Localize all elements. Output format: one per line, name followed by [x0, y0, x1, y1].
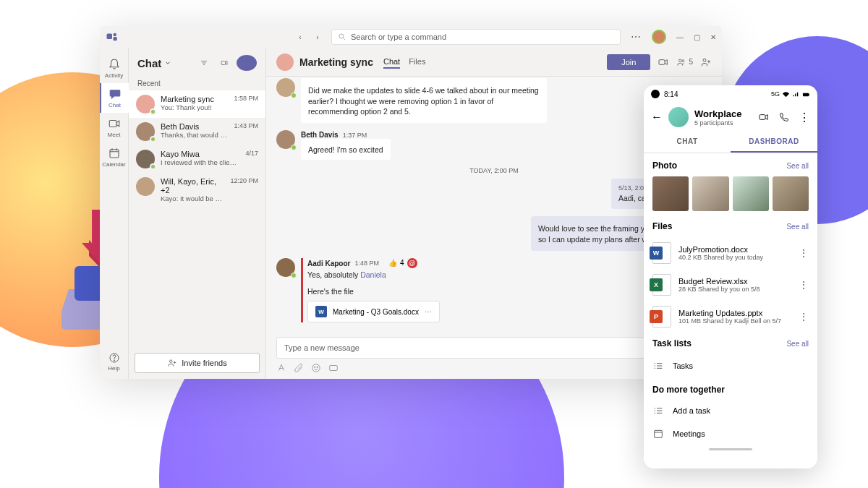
word-file-icon: W — [650, 247, 663, 260]
recent-label: Recent — [129, 78, 265, 90]
chat-title: Marketing sync — [299, 56, 373, 68]
chat-row[interactable]: Will, Kayo, Eric, +2Kayo: It would be gr… — [129, 173, 265, 207]
nav-forward[interactable]: › — [311, 30, 324, 43]
photo-thumbnails[interactable] — [652, 176, 809, 211]
mention-badge: @ — [407, 258, 417, 268]
svg-rect-46 — [655, 430, 663, 437]
app-rail: Activity Chat Meet Calendar Help — [100, 48, 129, 379]
file-more[interactable]: ⋮ — [799, 279, 809, 291]
svg-rect-1 — [107, 34, 113, 40]
window-close[interactable]: ✕ — [710, 33, 716, 41]
participant-count[interactable]: 5 — [676, 57, 693, 67]
svg-point-2 — [114, 33, 117, 37]
chat-row[interactable]: Beth DavisThanks, that would be nice. 1:… — [129, 118, 265, 145]
excel-file-icon: X — [650, 278, 663, 291]
join-button[interactable]: Join — [607, 54, 650, 70]
svg-rect-33 — [760, 115, 765, 120]
mobile-home-indicator — [709, 448, 752, 450]
svg-point-22 — [682, 59, 684, 61]
file-item[interactable]: W JulyPromotion.docx40.2 KB Shared by yo… — [652, 237, 809, 269]
chat-row-marketing-sync[interactable]: Marketing syncYou: Thank you!! 1:58 PM — [129, 90, 265, 118]
svg-point-27 — [312, 364, 320, 372]
file-attachment[interactable]: W Marketing - Q3 Goals.docx ⋯ — [307, 301, 440, 322]
audio-call-icon[interactable] — [778, 111, 790, 123]
svg-point-29 — [317, 367, 318, 367]
add-task-item[interactable]: Add a task — [652, 399, 809, 422]
domore-section-header: Do more together — [652, 385, 809, 395]
mobile-status-bar: 8:14 5G — [644, 85, 817, 103]
ppt-file-icon: P — [650, 310, 663, 323]
word-file-icon: W — [315, 306, 327, 317]
svg-rect-30 — [330, 366, 338, 371]
svg-line-5 — [344, 38, 346, 40]
chat-row[interactable]: Kayo MiwaI reviewed with the client on T… — [129, 145, 265, 173]
chat-list-title: Chat — [137, 57, 161, 69]
window-minimize[interactable]: — — [676, 33, 684, 41]
workplace-avatar — [668, 107, 689, 127]
svg-rect-3 — [114, 37, 117, 40]
rail-calendar[interactable]: Calendar — [100, 142, 129, 172]
svg-rect-31 — [803, 93, 809, 96]
gif-icon[interactable] — [328, 363, 339, 373]
user-avatar[interactable] — [652, 30, 666, 44]
message-text: Agreed! I'm so excited — [308, 145, 383, 155]
photo-section-header: Photo — [652, 160, 677, 171]
message-text: Yes, absolutely Daniela — [307, 270, 440, 281]
files-see-all[interactable]: See all — [786, 223, 809, 231]
tasklists-section-header: Task lists — [652, 338, 692, 348]
meetings-item[interactable]: Meetings — [652, 422, 809, 445]
rail-help[interactable]: Help — [100, 345, 129, 379]
svg-point-21 — [679, 59, 682, 61]
svg-point-23 — [703, 59, 706, 61]
task-item-tasks[interactable]: Tasks — [652, 354, 809, 377]
format-icon[interactable] — [276, 363, 286, 373]
search-icon — [338, 33, 346, 41]
svg-point-28 — [315, 367, 315, 367]
svg-point-17 — [170, 360, 173, 363]
svg-point-4 — [339, 34, 344, 38]
tasklists-see-all[interactable]: See all — [786, 340, 809, 348]
svg-point-12 — [114, 360, 114, 361]
message-text: Did we make the updates to slide 4-6 we … — [308, 85, 540, 117]
mobile-more[interactable]: ⋮ — [799, 111, 810, 124]
video-icon[interactable] — [658, 56, 669, 68]
teams-desktop-window: ‹ › Search or type a command ⋯ — ▢ ✕ Act… — [100, 26, 722, 379]
rail-chat[interactable]: Chat — [100, 83, 129, 113]
group-avatar — [276, 53, 294, 71]
video-call-icon[interactable] — [758, 111, 770, 123]
meet-now-button[interactable] — [216, 55, 232, 71]
teams-app-icon — [106, 30, 119, 43]
svg-rect-20 — [659, 59, 665, 64]
more-options[interactable]: ⋯ — [631, 31, 642, 43]
svg-rect-7 — [110, 150, 119, 158]
rail-activity[interactable]: Activity — [100, 53, 129, 83]
file-item[interactable]: P Marketing Updates.pptx101 MB Shared by… — [652, 301, 809, 333]
search-input[interactable]: Search or type a command — [331, 29, 621, 45]
svg-rect-16 — [221, 61, 226, 65]
back-button[interactable]: ← — [651, 111, 663, 124]
window-maximize[interactable]: ▢ — [694, 33, 700, 41]
mobile-tab-dashboard[interactable]: DASHBORAD — [731, 132, 817, 153]
nav-back[interactable]: ‹ — [294, 30, 307, 43]
attach-icon[interactable] — [294, 363, 304, 373]
files-section-header: Files — [652, 221, 672, 231]
add-person-icon[interactable] — [700, 56, 712, 68]
mobile-chat-title: Workplace — [694, 108, 742, 119]
new-chat-button[interactable] — [237, 55, 257, 71]
emoji-icon[interactable] — [311, 363, 321, 373]
file-more[interactable]: ⋮ — [799, 247, 809, 259]
chevron-down-icon[interactable] — [164, 59, 171, 67]
svg-rect-6 — [109, 121, 116, 127]
tab-chat[interactable]: Chat — [383, 56, 400, 69]
message-reactions[interactable]: 👍4 @ — [388, 258, 417, 268]
file-more[interactable]: ⋮ — [799, 311, 809, 322]
file-item[interactable]: X Budget Review.xlsx28 KB Shared by you … — [652, 269, 809, 301]
filter-button[interactable] — [196, 55, 212, 71]
rail-meet[interactable]: Meet — [100, 113, 129, 142]
svg-rect-32 — [809, 94, 809, 95]
chat-list-panel: Chat Recent Marketing syncYou: Thank you… — [129, 48, 266, 379]
photo-see-all[interactable]: See all — [786, 162, 809, 170]
tab-files[interactable]: Files — [409, 56, 425, 69]
mobile-tab-chat[interactable]: CHAT — [644, 132, 731, 153]
invite-friends-button[interactable]: Invite friends — [135, 353, 260, 373]
